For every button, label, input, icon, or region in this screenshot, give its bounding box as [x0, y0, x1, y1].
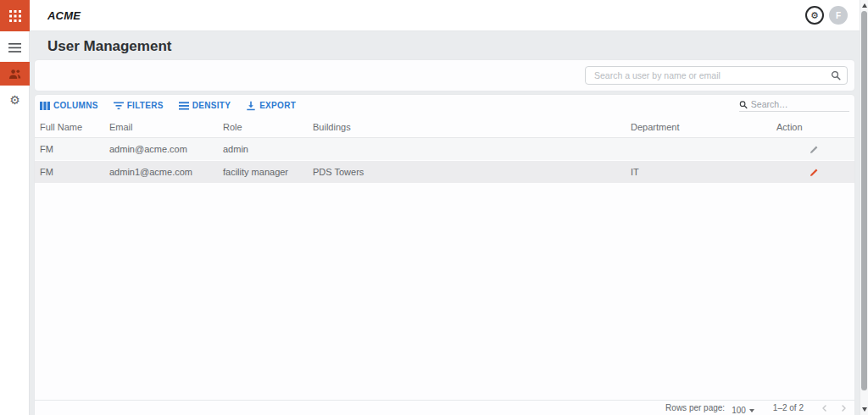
app-window: ⚙ ACME ⚙ F User Management [0, 0, 868, 415]
user-search-input[interactable] [585, 66, 848, 85]
cell-action [771, 167, 854, 178]
avatar-initial: F [836, 11, 841, 20]
density-icon [179, 102, 189, 110]
table-footer: Rows per page: 100 1–2 of 2 [35, 400, 854, 415]
filter-icon [114, 102, 124, 110]
previous-page-button[interactable] [821, 404, 829, 412]
filters-button-label: FILTERS [127, 101, 164, 110]
user-table-card: COLUMNS FILTERS DENSITY EXPORT [35, 95, 854, 415]
rows-per-page-select[interactable]: 100 [732, 406, 754, 415]
cell-department: IT [626, 161, 771, 184]
pencil-icon [809, 167, 820, 178]
download-icon [246, 101, 256, 111]
chevron-left-icon [821, 404, 829, 412]
cell-email: admin@acme.com [104, 138, 218, 161]
filters-button[interactable]: FILTERS [114, 101, 164, 110]
pagination-range: 1–2 of 2 [773, 403, 804, 412]
users-icon [8, 69, 21, 80]
columns-button[interactable]: COLUMNS [40, 101, 98, 110]
columns-button-label: COLUMNS [53, 101, 98, 110]
pencil-icon [809, 144, 820, 155]
gear-icon: ⚙ [9, 93, 20, 107]
scroll-up-arrow-icon[interactable] [862, 3, 867, 8]
export-button-label: EXPORT [259, 101, 296, 110]
rows-per-page-label: Rows per page: [665, 403, 725, 412]
density-button-label: DENSITY [192, 101, 231, 110]
column-header-role[interactable]: Role [218, 116, 308, 137]
quick-filter-input[interactable] [751, 99, 849, 109]
columns-icon [40, 102, 50, 110]
hamburger-menu-icon [8, 43, 21, 53]
density-button[interactable]: DENSITY [179, 101, 231, 110]
chevron-down-icon [749, 409, 754, 412]
cell-action [771, 144, 854, 155]
column-header-department[interactable]: Department [626, 116, 771, 137]
rows-per-page-value: 100 [732, 406, 746, 415]
edit-user-button[interactable] [809, 167, 820, 178]
cell-full-name: FM [35, 161, 104, 184]
search-icon [739, 100, 748, 109]
search-icon[interactable] [831, 70, 841, 80]
export-button[interactable]: EXPORT [246, 101, 296, 111]
scroll-down-arrow-icon[interactable] [862, 407, 867, 412]
sidebar-item-settings[interactable]: ⚙ [0, 89, 30, 111]
cell-full-name: FM [35, 138, 104, 161]
cell-buildings: PDS Towers [308, 161, 626, 184]
cell-role: facility manager [218, 161, 308, 184]
edit-user-button[interactable] [809, 144, 820, 155]
sidebar-item-users[interactable] [0, 62, 30, 86]
table-row[interactable]: FM admin1@acme.com facility manager PDS … [35, 161, 854, 184]
settings-button[interactable]: ⚙ [805, 6, 824, 25]
user-search-card [35, 60, 854, 91]
quick-filter-field [739, 99, 849, 112]
cell-role: admin [218, 138, 308, 161]
column-header-action[interactable]: Action [771, 116, 854, 137]
topbar-actions: ⚙ F [805, 6, 848, 25]
sidebar-item-menu[interactable] [0, 36, 30, 58]
table-header-row: Full Name Email Role Buildings Departmen… [35, 116, 854, 138]
page-title: User Management [47, 38, 171, 55]
next-page-button[interactable] [839, 404, 848, 412]
user-avatar[interactable]: F [829, 6, 848, 25]
brand-logo: ACME [47, 9, 81, 22]
scrollbar-thumb[interactable] [861, 11, 867, 390]
table-row[interactable]: FM admin@acme.com admin [35, 138, 854, 161]
pagination-buttons [821, 404, 848, 412]
app-launcher-button[interactable] [0, 0, 30, 31]
topbar: ACME ⚙ F [30, 0, 860, 31]
apps-grid-icon [9, 10, 21, 22]
column-header-buildings[interactable]: Buildings [308, 116, 626, 137]
user-search-field [585, 66, 848, 85]
sidebar: ⚙ [0, 0, 30, 415]
grid-toolbar: COLUMNS FILTERS DENSITY EXPORT [35, 95, 854, 116]
column-header-email[interactable]: Email [104, 116, 218, 137]
column-header-full-name[interactable]: Full Name [35, 116, 104, 137]
vertical-scrollbar [860, 0, 868, 415]
gear-icon: ⚙ [810, 10, 819, 21]
cell-email: admin1@acme.com [104, 161, 218, 184]
chevron-right-icon [839, 404, 848, 412]
